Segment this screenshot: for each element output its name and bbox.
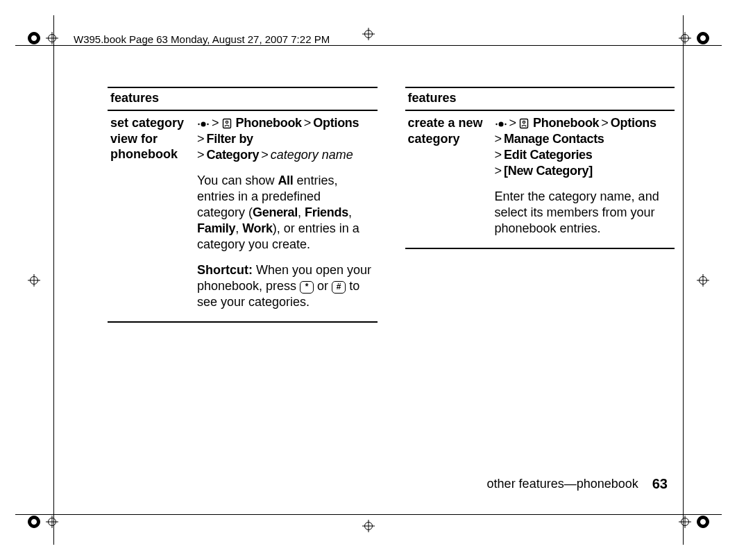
body-text: , bbox=[298, 205, 305, 219]
bullseye-icon bbox=[28, 516, 40, 528]
table-header: features bbox=[405, 88, 675, 111]
menu-item: Friends bbox=[305, 205, 348, 219]
svg-point-5 bbox=[498, 122, 503, 127]
page-number: 63 bbox=[652, 476, 668, 492]
separator: > bbox=[259, 148, 271, 162]
separator: > bbox=[495, 132, 505, 146]
menu-item: Manage Contacts bbox=[504, 132, 604, 146]
crosshair-icon bbox=[28, 274, 40, 287]
menu-item: Category bbox=[207, 148, 260, 162]
page-header: W395.book Page 63 Monday, August 27, 200… bbox=[74, 33, 330, 45]
svg-point-7 bbox=[505, 124, 506, 125]
menu-item: General bbox=[253, 205, 298, 219]
crop-line bbox=[683, 15, 684, 545]
svg-point-4 bbox=[226, 121, 228, 123]
menu-item: Phonebook bbox=[533, 116, 599, 130]
svg-point-6 bbox=[495, 124, 497, 125]
body-text: You can show bbox=[197, 173, 278, 187]
footer-section-title: other features—phonebook bbox=[487, 477, 638, 491]
registration-mark bbox=[28, 32, 58, 44]
separator: > bbox=[210, 116, 221, 130]
placeholder-text: category name bbox=[271, 148, 353, 162]
center-key-icon bbox=[495, 119, 507, 129]
content-area: features set category view for phonebook… bbox=[108, 87, 675, 484]
svg-point-0 bbox=[201, 122, 206, 127]
menu-item: Phonebook bbox=[236, 116, 302, 130]
separator: > bbox=[495, 148, 505, 162]
separator: > bbox=[599, 116, 611, 130]
separator: > bbox=[507, 116, 519, 130]
shortcut-label: Shortcut: bbox=[197, 263, 253, 277]
star-key-icon: * bbox=[300, 281, 314, 294]
menu-item: Options bbox=[313, 116, 359, 130]
right-column: features create a new category > Phonebo… bbox=[405, 87, 675, 484]
feature-description: > Phonebook>Options >Manage Contacts >Ed… bbox=[492, 111, 675, 248]
crosshair-icon bbox=[46, 32, 58, 44]
separator: > bbox=[197, 148, 207, 162]
crosshair-icon bbox=[679, 516, 691, 528]
menu-item: Options bbox=[611, 116, 656, 130]
svg-point-9 bbox=[523, 121, 525, 123]
separator: > bbox=[302, 116, 314, 130]
crosshair-icon bbox=[362, 28, 375, 40]
registration-mark bbox=[28, 516, 58, 528]
table-header: features bbox=[108, 88, 378, 111]
body-text: or bbox=[314, 279, 332, 293]
feature-name: set category view for phonebook bbox=[108, 111, 194, 321]
table-row: create a new category > Phonebook>Option… bbox=[405, 111, 675, 248]
bullseye-icon bbox=[697, 32, 709, 44]
body-text: , bbox=[348, 205, 352, 219]
phonebook-icon bbox=[518, 118, 530, 129]
phonebook-icon bbox=[221, 118, 232, 129]
left-column: features set category view for phonebook… bbox=[108, 87, 378, 484]
body-text: , bbox=[235, 221, 242, 235]
bullseye-icon bbox=[697, 516, 709, 528]
menu-item: All bbox=[278, 173, 293, 187]
menu-item: Edit Categories bbox=[504, 148, 593, 162]
registration-mark bbox=[362, 520, 375, 532]
svg-point-1 bbox=[198, 124, 199, 125]
registration-mark bbox=[28, 274, 40, 287]
features-table: features set category view for phonebook… bbox=[108, 87, 378, 323]
page: W395.book Page 63 Monday, August 27, 200… bbox=[0, 0, 737, 560]
table-row: set category view for phonebook > Phoneb… bbox=[108, 111, 378, 321]
registration-mark bbox=[679, 516, 709, 528]
feature-description: > Phonebook>Options >Filter by >Category… bbox=[194, 111, 378, 321]
crop-line bbox=[15, 514, 722, 515]
separator: > bbox=[495, 164, 505, 178]
hash-key-icon: # bbox=[332, 281, 346, 294]
crosshair-icon bbox=[46, 516, 58, 528]
crop-line bbox=[53, 15, 54, 545]
registration-mark bbox=[697, 274, 709, 287]
bullseye-icon bbox=[28, 32, 40, 44]
crop-line bbox=[15, 45, 722, 46]
separator: > bbox=[197, 132, 207, 146]
menu-item: Family bbox=[197, 221, 235, 235]
page-footer: other features—phonebook 63 bbox=[487, 476, 668, 492]
features-table: features create a new category > Phonebo… bbox=[405, 87, 675, 249]
svg-point-2 bbox=[207, 124, 208, 125]
crosshair-icon bbox=[697, 274, 709, 287]
menu-item: [New Category] bbox=[504, 164, 593, 178]
crosshair-icon bbox=[362, 520, 375, 532]
body-text: Enter the category name, and select its … bbox=[495, 189, 670, 237]
menu-item: Filter by bbox=[207, 132, 253, 146]
feature-name: create a new category bbox=[405, 111, 492, 248]
menu-item: Work bbox=[242, 221, 272, 235]
center-key-icon bbox=[197, 119, 210, 129]
registration-mark bbox=[362, 28, 375, 40]
crosshair-icon bbox=[679, 32, 691, 44]
registration-mark bbox=[679, 32, 709, 44]
